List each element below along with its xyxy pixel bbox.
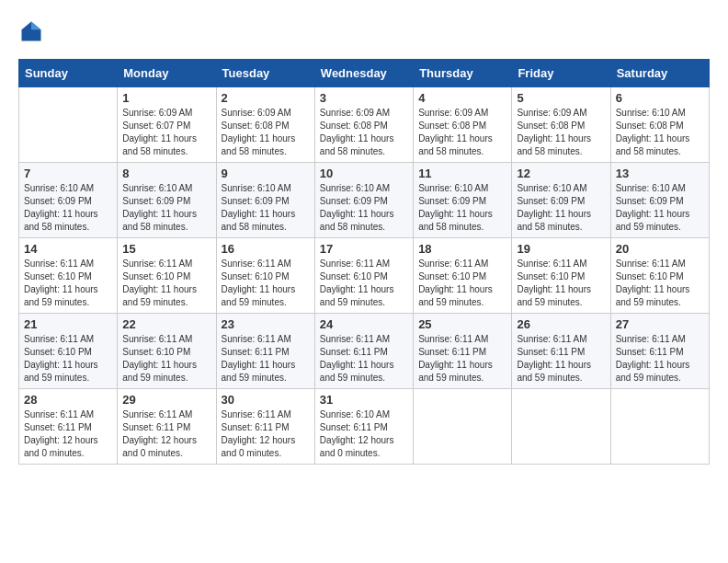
calendar-week-row: 14Sunrise: 6:11 AMSunset: 6:10 PMDayligh… — [19, 238, 710, 314]
calendar-table: SundayMondayTuesdayWednesdayThursdayFrid… — [18, 59, 710, 465]
day-info: Sunrise: 6:10 AMSunset: 6:08 PMDaylight:… — [616, 107, 704, 158]
calendar-cell: 14Sunrise: 6:11 AMSunset: 6:10 PMDayligh… — [19, 238, 118, 314]
day-number: 8 — [122, 167, 210, 180]
day-info: Sunrise: 6:11 AMSunset: 6:11 PMDaylight:… — [320, 333, 408, 385]
day-number: 7 — [24, 167, 112, 180]
day-info: Sunrise: 6:11 AMSunset: 6:10 PMDaylight:… — [24, 258, 112, 309]
calendar-cell: 21Sunrise: 6:11 AMSunset: 6:10 PMDayligh… — [19, 314, 118, 389]
day-info: Sunrise: 6:11 AMSunset: 6:10 PMDaylight:… — [222, 258, 310, 309]
day-header-sunday: Sunday — [19, 60, 118, 87]
day-info: Sunrise: 6:10 AMSunset: 6:11 PMDaylight:… — [320, 408, 408, 460]
calendar-cell — [610, 389, 709, 465]
day-info: Sunrise: 6:11 AMSunset: 6:11 PMDaylight:… — [517, 333, 605, 385]
day-number: 4 — [418, 91, 506, 105]
logo-icon — [18, 18, 44, 44]
calendar-cell: 17Sunrise: 6:11 AMSunset: 6:10 PMDayligh… — [314, 238, 413, 314]
day-header-saturday: Saturday — [610, 60, 709, 87]
day-number: 17 — [320, 242, 408, 256]
day-header-friday: Friday — [512, 60, 610, 87]
day-info: Sunrise: 6:11 AMSunset: 6:10 PMDaylight:… — [122, 333, 210, 385]
calendar-cell — [512, 389, 610, 465]
day-info: Sunrise: 6:11 AMSunset: 6:10 PMDaylight:… — [24, 333, 112, 385]
calendar-cell — [19, 87, 118, 163]
day-number: 13 — [616, 167, 704, 180]
calendar-cell: 8Sunrise: 6:10 AMSunset: 6:09 PMDaylight… — [118, 163, 216, 238]
day-number: 21 — [24, 317, 112, 331]
calendar-cell: 18Sunrise: 6:11 AMSunset: 6:10 PMDayligh… — [414, 238, 512, 314]
calendar-cell: 27Sunrise: 6:11 AMSunset: 6:11 PMDayligh… — [610, 314, 709, 389]
day-info: Sunrise: 6:09 AMSunset: 6:08 PMDaylight:… — [320, 107, 408, 158]
calendar-week-row: 7Sunrise: 6:10 AMSunset: 6:09 PMDaylight… — [19, 163, 710, 238]
calendar-cell: 30Sunrise: 6:11 AMSunset: 6:11 PMDayligh… — [216, 389, 314, 465]
calendar-cell: 9Sunrise: 6:10 AMSunset: 6:09 PMDaylight… — [216, 163, 314, 238]
day-header-thursday: Thursday — [414, 60, 512, 87]
day-number: 27 — [616, 317, 704, 331]
logo — [18, 18, 48, 44]
day-info: Sunrise: 6:10 AMSunset: 6:09 PMDaylight:… — [616, 182, 704, 234]
day-number: 25 — [418, 317, 506, 331]
day-number: 3 — [320, 91, 408, 105]
day-header-wednesday: Wednesday — [314, 60, 413, 87]
day-number: 23 — [222, 317, 310, 331]
day-number: 12 — [517, 167, 605, 180]
day-info: Sunrise: 6:11 AMSunset: 6:11 PMDaylight:… — [222, 333, 310, 385]
calendar-cell: 20Sunrise: 6:11 AMSunset: 6:10 PMDayligh… — [610, 238, 709, 314]
calendar-cell: 2Sunrise: 6:09 AMSunset: 6:08 PMDaylight… — [216, 87, 314, 163]
day-number: 10 — [320, 167, 408, 180]
calendar-cell: 28Sunrise: 6:11 AMSunset: 6:11 PMDayligh… — [19, 389, 118, 465]
day-info: Sunrise: 6:09 AMSunset: 6:07 PMDaylight:… — [122, 107, 210, 158]
calendar-cell: 16Sunrise: 6:11 AMSunset: 6:10 PMDayligh… — [216, 238, 314, 314]
day-info: Sunrise: 6:11 AMSunset: 6:10 PMDaylight:… — [517, 258, 605, 309]
day-number: 18 — [418, 242, 506, 256]
day-info: Sunrise: 6:11 AMSunset: 6:10 PMDaylight:… — [418, 258, 506, 309]
calendar-cell: 13Sunrise: 6:10 AMSunset: 6:09 PMDayligh… — [610, 163, 709, 238]
calendar-cell: 5Sunrise: 6:09 AMSunset: 6:08 PMDaylight… — [512, 87, 610, 163]
calendar-cell: 3Sunrise: 6:09 AMSunset: 6:08 PMDaylight… — [314, 87, 413, 163]
day-number: 16 — [222, 242, 310, 256]
day-info: Sunrise: 6:10 AMSunset: 6:09 PMDaylight:… — [222, 182, 310, 234]
day-number: 5 — [517, 91, 605, 105]
calendar-cell: 25Sunrise: 6:11 AMSunset: 6:11 PMDayligh… — [414, 314, 512, 389]
day-info: Sunrise: 6:11 AMSunset: 6:11 PMDaylight:… — [24, 408, 112, 460]
calendar-cell: 31Sunrise: 6:10 AMSunset: 6:11 PMDayligh… — [314, 389, 413, 465]
calendar-cell: 23Sunrise: 6:11 AMSunset: 6:11 PMDayligh… — [216, 314, 314, 389]
day-info: Sunrise: 6:11 AMSunset: 6:11 PMDaylight:… — [418, 333, 506, 385]
day-number: 2 — [222, 91, 310, 105]
calendar-week-row: 1Sunrise: 6:09 AMSunset: 6:07 PMDaylight… — [19, 87, 710, 163]
calendar-cell: 26Sunrise: 6:11 AMSunset: 6:11 PMDayligh… — [512, 314, 610, 389]
day-number: 24 — [320, 317, 408, 331]
calendar-cell: 11Sunrise: 6:10 AMSunset: 6:09 PMDayligh… — [414, 163, 512, 238]
calendar-cell: 6Sunrise: 6:10 AMSunset: 6:08 PMDaylight… — [610, 87, 709, 163]
day-number: 20 — [616, 242, 704, 256]
day-info: Sunrise: 6:10 AMSunset: 6:09 PMDaylight:… — [517, 182, 605, 234]
day-info: Sunrise: 6:11 AMSunset: 6:10 PMDaylight:… — [122, 258, 210, 309]
day-number: 9 — [222, 167, 310, 180]
calendar-cell: 19Sunrise: 6:11 AMSunset: 6:10 PMDayligh… — [512, 238, 610, 314]
calendar-cell: 10Sunrise: 6:10 AMSunset: 6:09 PMDayligh… — [314, 163, 413, 238]
calendar-cell: 22Sunrise: 6:11 AMSunset: 6:10 PMDayligh… — [118, 314, 216, 389]
day-header-tuesday: Tuesday — [216, 60, 314, 87]
day-header-monday: Monday — [118, 60, 216, 87]
day-number: 6 — [616, 91, 704, 105]
day-number: 11 — [418, 167, 506, 180]
day-number: 15 — [122, 242, 210, 256]
day-number: 28 — [24, 393, 112, 407]
day-number: 19 — [517, 242, 605, 256]
svg-marker-1 — [31, 22, 41, 30]
day-info: Sunrise: 6:10 AMSunset: 6:09 PMDaylight:… — [24, 182, 112, 234]
day-info: Sunrise: 6:11 AMSunset: 6:10 PMDaylight:… — [616, 258, 704, 309]
calendar-cell: 29Sunrise: 6:11 AMSunset: 6:11 PMDayligh… — [118, 389, 216, 465]
day-number: 31 — [320, 393, 408, 407]
day-info: Sunrise: 6:11 AMSunset: 6:11 PMDaylight:… — [122, 408, 210, 460]
day-number: 14 — [24, 242, 112, 256]
calendar-cell: 1Sunrise: 6:09 AMSunset: 6:07 PMDaylight… — [118, 87, 216, 163]
day-number: 22 — [122, 317, 210, 331]
day-info: Sunrise: 6:09 AMSunset: 6:08 PMDaylight:… — [418, 107, 506, 158]
day-number: 29 — [122, 393, 210, 407]
day-info: Sunrise: 6:09 AMSunset: 6:08 PMDaylight:… — [517, 107, 605, 158]
day-info: Sunrise: 6:10 AMSunset: 6:09 PMDaylight:… — [418, 182, 506, 234]
page-header — [18, 18, 710, 44]
day-number: 30 — [222, 393, 310, 407]
day-number: 26 — [517, 317, 605, 331]
calendar-cell: 12Sunrise: 6:10 AMSunset: 6:09 PMDayligh… — [512, 163, 610, 238]
